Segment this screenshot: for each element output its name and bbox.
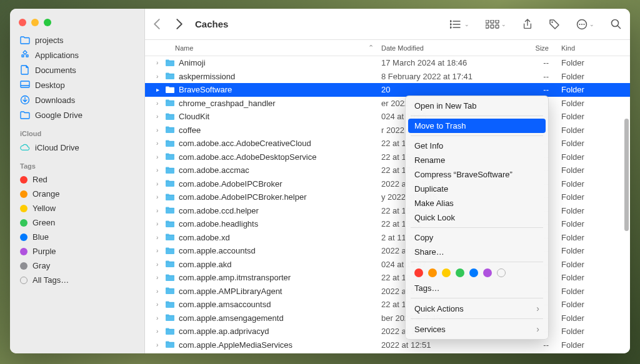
menu-item[interactable]: Make Alias: [406, 196, 548, 210]
table-row[interactable]: ▸ BraveSoftware 20 -- Folder: [145, 83, 630, 97]
sidebar-item[interactable]: Downloads: [15, 92, 139, 107]
forward-button[interactable]: [176, 19, 182, 29]
col-kind[interactable]: Kind: [561, 44, 630, 52]
disclosure-icon[interactable]: ›: [156, 328, 165, 335]
search-button[interactable]: [611, 19, 621, 29]
sidebar-item[interactable]: Desktop: [15, 77, 139, 92]
disclosure-icon[interactable]: ›: [156, 113, 165, 120]
menu-item[interactable]: Rename: [406, 153, 548, 167]
fullscreen-button[interactable]: [44, 19, 51, 26]
disclosure-icon[interactable]: ›: [156, 180, 165, 187]
table-row[interactable]: › com.apple.AppleMediaServices 2022 at 1…: [145, 338, 630, 352]
sidebar-tag[interactable]: Red: [15, 172, 139, 187]
column-headers[interactable]: Name⌃ Date Modified Size Kind: [145, 40, 630, 56]
table-row[interactable]: › com.apple.amsaccountsd 22 at 17:41 -- …: [145, 298, 630, 312]
disclosure-icon[interactable]: ›: [156, 315, 165, 322]
file-name: chrome_crashpad_handler: [179, 99, 381, 108]
sidebar-item[interactable]: Documents: [15, 62, 139, 77]
sidebar-tag[interactable]: Purple: [15, 244, 139, 258]
sidebar-tag[interactable]: Yellow: [15, 201, 139, 215]
tag-color-dot[interactable]: [483, 268, 492, 277]
sidebar-item[interactable]: Applications: [15, 47, 139, 62]
disclosure-icon[interactable]: ›: [156, 342, 165, 348]
sidebar-tag[interactable]: Green: [15, 215, 139, 230]
sidebar-all-tags[interactable]: All Tags…: [15, 273, 139, 287]
tag-color-dot[interactable]: [442, 268, 451, 277]
table-row[interactable]: › com.adobe.ccd.helper 22 at 15:16 -- Fo…: [145, 204, 630, 218]
tag-color-dot[interactable]: [414, 268, 423, 277]
group-button[interactable]: ⌄: [486, 20, 506, 29]
menu-item-tags[interactable]: Tags…: [406, 281, 548, 295]
sidebar-item[interactable]: projects: [15, 32, 139, 47]
sidebar-tag[interactable]: Gray: [15, 258, 139, 273]
table-row[interactable]: › chrome_crashpad_handler er 2022 at 20:…: [145, 97, 630, 111]
table-row[interactable]: › com.adobe.headlights 22 at 15:51 -- Fo…: [145, 217, 630, 231]
tag-color-none[interactable]: [497, 268, 506, 277]
menu-item[interactable]: Get Info: [406, 139, 548, 153]
menu-item[interactable]: Share…: [406, 245, 548, 259]
sidebar-item-label: Red: [32, 175, 48, 184]
table-row[interactable]: › com.adobe.xd 2 at 11:34 -- Folder: [145, 231, 630, 245]
table-row[interactable]: › askpermissiond 8 February 2022 at 17:4…: [145, 70, 630, 84]
file-list[interactable]: › Animoji 17 March 2024 at 18:46 -- Fold…: [145, 56, 630, 353]
share-button[interactable]: [522, 19, 532, 30]
disclosure-icon[interactable]: ›: [156, 274, 165, 281]
back-button[interactable]: [154, 19, 161, 29]
disclosure-icon[interactable]: ›: [156, 234, 165, 241]
close-button[interactable]: [19, 19, 26, 26]
table-row[interactable]: › com.adobe.AdobeIPCBroker.helper y 2022…: [145, 190, 630, 204]
sidebar-tag[interactable]: Blue: [15, 230, 139, 244]
col-date[interactable]: Date Modified: [381, 44, 504, 52]
disclosure-icon[interactable]: ›: [156, 207, 165, 214]
sidebar-item[interactable]: iCloud Drive: [15, 140, 139, 155]
minimize-button[interactable]: [31, 19, 39, 26]
menu-item-quick-actions[interactable]: Quick Actions: [406, 301, 548, 316]
disclosure-icon[interactable]: ›: [156, 167, 165, 174]
disclosure-icon[interactable]: ›: [156, 73, 165, 80]
tag-color-dot[interactable]: [469, 268, 478, 277]
tag-color-dot[interactable]: [456, 268, 464, 277]
disclosure-icon[interactable]: ›: [156, 59, 165, 66]
disclosure-icon[interactable]: ›: [156, 288, 165, 295]
scrollbar[interactable]: [624, 119, 629, 231]
table-row[interactable]: › com.apple.ap.adprivacyd 2022 at 17:39 …: [145, 325, 630, 338]
table-row[interactable]: › coffee r 2022 at 16:43 -- Folder: [145, 124, 630, 137]
disclosure-icon[interactable]: ›: [156, 220, 165, 227]
table-row[interactable]: › com.adobe.accmac 22 at 17:27 -- Folder: [145, 164, 630, 177]
table-row[interactable]: › Animoji 17 March 2024 at 18:46 -- Fold…: [145, 56, 630, 70]
sidebar-item[interactable]: Google Drive: [15, 107, 139, 122]
menu-item[interactable]: Copy: [406, 230, 548, 245]
table-row[interactable]: › com.apple.AMPLibraryAgent 2022 at 9:44…: [145, 285, 630, 298]
table-row[interactable]: › com.adobe.acc.AdobeCreativeCloud 22 at…: [145, 137, 630, 150]
disclosure-icon[interactable]: ›: [156, 247, 165, 254]
menu-item-services[interactable]: Services: [406, 322, 548, 337]
tag-color-dot[interactable]: [428, 268, 437, 277]
action-button[interactable]: ⌄: [576, 19, 594, 30]
disclosure-icon[interactable]: ›: [156, 127, 165, 134]
disclosure-icon[interactable]: ▸: [156, 86, 165, 93]
table-row[interactable]: › com.adobe.AdobeIPCBroker 2022 at 12:51…: [145, 177, 630, 191]
sidebar-tag[interactable]: Orange: [15, 187, 139, 201]
table-row[interactable]: › com.apple.akd 024 at 16:27 -- Folder: [145, 258, 630, 272]
table-row[interactable]: › CloudKit 024 at 10:05 -- Folder: [145, 110, 630, 124]
menu-item-move-to-trash[interactable]: Move to Trash: [408, 119, 546, 133]
table-row[interactable]: › com.apple.accountsd 2022 at 12:51 -- F…: [145, 244, 630, 258]
menu-item[interactable]: Compress “BraveSoftware”: [406, 167, 548, 182]
menu-item[interactable]: Open in New Tab: [406, 99, 548, 113]
col-name[interactable]: Name: [175, 44, 193, 52]
tags-button[interactable]: [549, 19, 560, 30]
sidebar-item-label: Documents: [35, 66, 76, 75]
col-size[interactable]: Size: [504, 44, 561, 52]
menu-item[interactable]: Quick Look: [406, 210, 548, 225]
disclosure-icon[interactable]: ›: [156, 194, 165, 200]
disclosure-icon[interactable]: ›: [156, 261, 165, 268]
table-row[interactable]: › com.adobe.acc.AdobeDesktopService 22 a…: [145, 150, 630, 164]
menu-item[interactable]: Duplicate: [406, 182, 548, 196]
disclosure-icon[interactable]: ›: [156, 140, 165, 147]
disclosure-icon[interactable]: ›: [156, 301, 165, 308]
table-row[interactable]: › com.apple.amsengagementd ber 2023 at 7…: [145, 312, 630, 325]
disclosure-icon[interactable]: ›: [156, 154, 165, 160]
view-list-button[interactable]: ⌄: [450, 20, 469, 29]
table-row[interactable]: › com.apple.amp.itmstransporter 22 at 12…: [145, 271, 630, 285]
disclosure-icon[interactable]: ›: [156, 100, 165, 107]
